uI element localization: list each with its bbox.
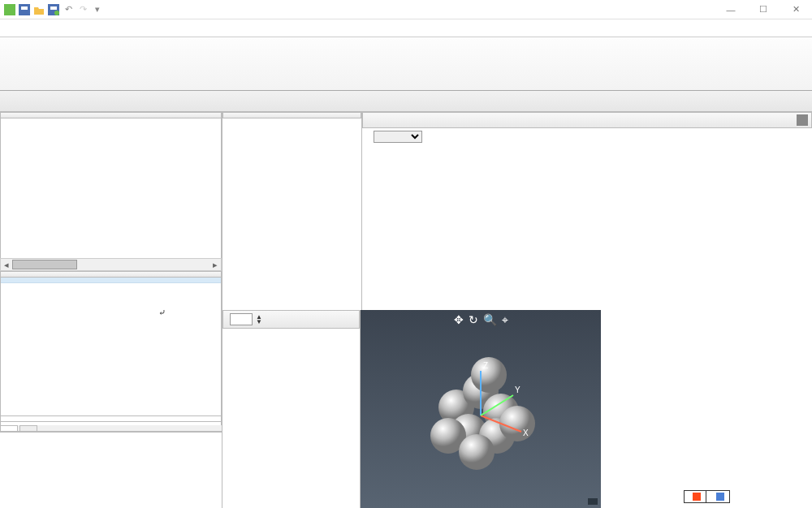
svg-point-11 xyxy=(499,406,535,441)
left-panel: ◂ ▸ ⤶ xyxy=(0,112,222,508)
material-properties-panel xyxy=(222,112,362,310)
zoom-icon[interactable]: 🔍 xyxy=(483,313,497,327)
pan-icon[interactable]: ✥ xyxy=(454,313,464,327)
project-materials-header xyxy=(0,271,222,278)
svg-point-14 xyxy=(459,434,495,470)
chart-legend xyxy=(684,490,730,503)
svg-rect-0 xyxy=(4,4,15,15)
libraries-header xyxy=(0,112,222,118)
redo-icon[interactable]: ↷ xyxy=(76,3,89,16)
ribbon xyxy=(0,37,812,91)
cursor-icon: ⤶ xyxy=(158,308,378,318)
svg-point-13 xyxy=(471,357,507,393)
view-toolbar xyxy=(0,91,812,112)
edit-icon[interactable] xyxy=(797,114,808,126)
library-tree[interactable] xyxy=(0,118,222,258)
tab-search-options[interactable] xyxy=(19,425,37,431)
svg-text:X: X xyxy=(523,428,529,437)
title-bar: ↶ ↷ ▾ — ☐ ✕ xyxy=(0,0,812,19)
quick-access-toolbar: ↶ ↷ ▾ xyxy=(0,3,107,16)
maximize-button[interactable]: ☐ xyxy=(747,0,780,19)
svg-rect-2 xyxy=(21,6,28,10)
material-characterization-label xyxy=(0,415,222,422)
svg-point-5 xyxy=(54,11,59,15)
dimensions-info-box xyxy=(588,498,598,505)
particle-3d-viewer[interactable]: ✥ ↻ 🔍 ⌖ xyxy=(361,310,601,508)
overlap-panel: ▲▼ xyxy=(222,310,361,508)
project-material-item[interactable] xyxy=(1,278,221,283)
svg-text:Z: Z xyxy=(483,361,488,370)
app-icon xyxy=(3,3,16,16)
distribution-mode-select[interactable] xyxy=(374,131,422,143)
saveas-icon[interactable] xyxy=(47,3,60,16)
material-properties-header xyxy=(222,112,361,118)
undo-icon[interactable]: ↶ xyxy=(62,3,75,16)
size-distribution-panel xyxy=(362,112,812,310)
rotate-icon[interactable]: ↻ xyxy=(469,313,478,327)
save-icon[interactable] xyxy=(18,3,31,16)
particle-cluster-render: Z X Y xyxy=(361,310,601,506)
tab-tests[interactable] xyxy=(0,425,18,431)
qat-dropdown-icon[interactable]: ▾ xyxy=(91,3,104,16)
tests-list xyxy=(0,432,222,433)
fit-icon[interactable]: ⌖ xyxy=(502,313,508,327)
chart-panel xyxy=(601,310,812,508)
open-icon[interactable] xyxy=(32,3,45,16)
svg-rect-4 xyxy=(50,6,57,10)
close-button[interactable]: ✕ xyxy=(780,0,812,19)
project-materials-list[interactable]: ⤶ xyxy=(0,278,222,415)
menu-bar xyxy=(0,19,812,37)
matchar-tabs xyxy=(0,425,222,432)
tree-hscrollbar[interactable]: ◂ ▸ xyxy=(0,258,222,271)
svg-text:Y: Y xyxy=(515,385,520,394)
minimize-button[interactable]: — xyxy=(715,0,747,19)
